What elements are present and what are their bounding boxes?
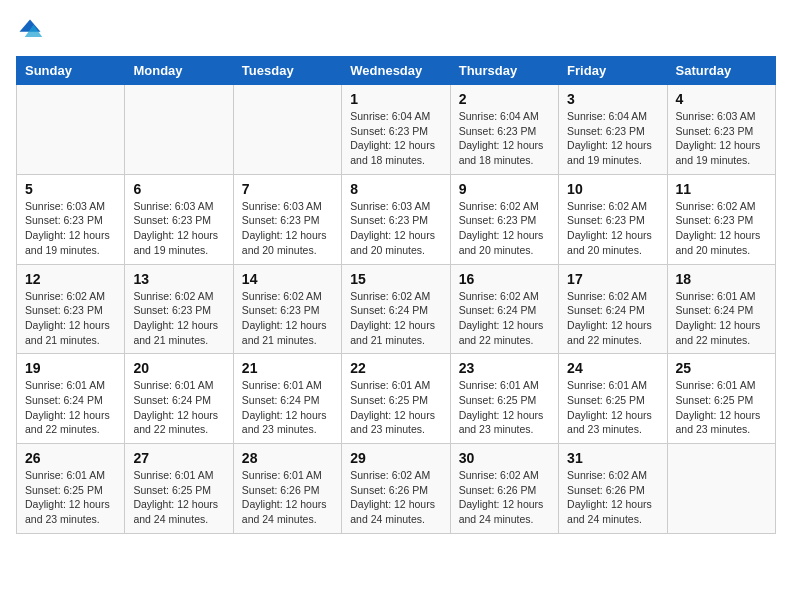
- day-info: Sunrise: 6:04 AM Sunset: 6:23 PM Dayligh…: [459, 109, 550, 168]
- col-header-saturday: Saturday: [667, 57, 775, 85]
- calendar-week-row: 12Sunrise: 6:02 AM Sunset: 6:23 PM Dayli…: [17, 264, 776, 354]
- day-info: Sunrise: 6:01 AM Sunset: 6:25 PM Dayligh…: [25, 468, 116, 527]
- day-number: 4: [676, 91, 767, 107]
- day-info: Sunrise: 6:03 AM Sunset: 6:23 PM Dayligh…: [133, 199, 224, 258]
- calendar-cell: 29Sunrise: 6:02 AM Sunset: 6:26 PM Dayli…: [342, 444, 450, 534]
- page-header: [16, 16, 776, 44]
- day-number: 5: [25, 181, 116, 197]
- calendar-cell: [233, 85, 341, 175]
- day-number: 30: [459, 450, 550, 466]
- calendar-cell: 5Sunrise: 6:03 AM Sunset: 6:23 PM Daylig…: [17, 174, 125, 264]
- day-number: 18: [676, 271, 767, 287]
- day-number: 27: [133, 450, 224, 466]
- calendar-cell: 3Sunrise: 6:04 AM Sunset: 6:23 PM Daylig…: [559, 85, 667, 175]
- calendar-cell: 13Sunrise: 6:02 AM Sunset: 6:23 PM Dayli…: [125, 264, 233, 354]
- day-info: Sunrise: 6:01 AM Sunset: 6:24 PM Dayligh…: [133, 378, 224, 437]
- day-number: 15: [350, 271, 441, 287]
- calendar-cell: 16Sunrise: 6:02 AM Sunset: 6:24 PM Dayli…: [450, 264, 558, 354]
- day-number: 16: [459, 271, 550, 287]
- calendar-cell: 15Sunrise: 6:02 AM Sunset: 6:24 PM Dayli…: [342, 264, 450, 354]
- day-info: Sunrise: 6:01 AM Sunset: 6:25 PM Dayligh…: [133, 468, 224, 527]
- calendar-week-row: 1Sunrise: 6:04 AM Sunset: 6:23 PM Daylig…: [17, 85, 776, 175]
- day-number: 3: [567, 91, 658, 107]
- calendar-week-row: 19Sunrise: 6:01 AM Sunset: 6:24 PM Dayli…: [17, 354, 776, 444]
- day-number: 29: [350, 450, 441, 466]
- day-info: Sunrise: 6:03 AM Sunset: 6:23 PM Dayligh…: [350, 199, 441, 258]
- calendar-cell: 22Sunrise: 6:01 AM Sunset: 6:25 PM Dayli…: [342, 354, 450, 444]
- day-info: Sunrise: 6:01 AM Sunset: 6:24 PM Dayligh…: [242, 378, 333, 437]
- day-number: 14: [242, 271, 333, 287]
- day-info: Sunrise: 6:02 AM Sunset: 6:26 PM Dayligh…: [459, 468, 550, 527]
- calendar-cell: 8Sunrise: 6:03 AM Sunset: 6:23 PM Daylig…: [342, 174, 450, 264]
- day-info: Sunrise: 6:02 AM Sunset: 6:23 PM Dayligh…: [459, 199, 550, 258]
- day-number: 20: [133, 360, 224, 376]
- calendar-cell: 14Sunrise: 6:02 AM Sunset: 6:23 PM Dayli…: [233, 264, 341, 354]
- calendar-cell: 11Sunrise: 6:02 AM Sunset: 6:23 PM Dayli…: [667, 174, 775, 264]
- calendar-header-row: SundayMondayTuesdayWednesdayThursdayFrid…: [17, 57, 776, 85]
- day-info: Sunrise: 6:01 AM Sunset: 6:25 PM Dayligh…: [676, 378, 767, 437]
- calendar-cell: [125, 85, 233, 175]
- calendar-cell: 7Sunrise: 6:03 AM Sunset: 6:23 PM Daylig…: [233, 174, 341, 264]
- day-number: 12: [25, 271, 116, 287]
- day-info: Sunrise: 6:01 AM Sunset: 6:25 PM Dayligh…: [350, 378, 441, 437]
- col-header-sunday: Sunday: [17, 57, 125, 85]
- day-info: Sunrise: 6:02 AM Sunset: 6:23 PM Dayligh…: [567, 199, 658, 258]
- calendar-cell: 24Sunrise: 6:01 AM Sunset: 6:25 PM Dayli…: [559, 354, 667, 444]
- day-number: 21: [242, 360, 333, 376]
- col-header-friday: Friday: [559, 57, 667, 85]
- logo-icon: [16, 16, 44, 44]
- day-info: Sunrise: 6:02 AM Sunset: 6:26 PM Dayligh…: [350, 468, 441, 527]
- calendar-cell: 25Sunrise: 6:01 AM Sunset: 6:25 PM Dayli…: [667, 354, 775, 444]
- logo: [16, 16, 48, 44]
- calendar-cell: 1Sunrise: 6:04 AM Sunset: 6:23 PM Daylig…: [342, 85, 450, 175]
- calendar-cell: 30Sunrise: 6:02 AM Sunset: 6:26 PM Dayli…: [450, 444, 558, 534]
- day-info: Sunrise: 6:04 AM Sunset: 6:23 PM Dayligh…: [567, 109, 658, 168]
- day-number: 19: [25, 360, 116, 376]
- day-info: Sunrise: 6:02 AM Sunset: 6:23 PM Dayligh…: [676, 199, 767, 258]
- calendar-cell: 12Sunrise: 6:02 AM Sunset: 6:23 PM Dayli…: [17, 264, 125, 354]
- calendar-cell: 9Sunrise: 6:02 AM Sunset: 6:23 PM Daylig…: [450, 174, 558, 264]
- calendar-cell: [17, 85, 125, 175]
- day-info: Sunrise: 6:01 AM Sunset: 6:26 PM Dayligh…: [242, 468, 333, 527]
- day-info: Sunrise: 6:02 AM Sunset: 6:24 PM Dayligh…: [350, 289, 441, 348]
- day-number: 11: [676, 181, 767, 197]
- calendar-cell: 21Sunrise: 6:01 AM Sunset: 6:24 PM Dayli…: [233, 354, 341, 444]
- day-info: Sunrise: 6:01 AM Sunset: 6:25 PM Dayligh…: [459, 378, 550, 437]
- day-info: Sunrise: 6:02 AM Sunset: 6:24 PM Dayligh…: [459, 289, 550, 348]
- calendar-cell: 18Sunrise: 6:01 AM Sunset: 6:24 PM Dayli…: [667, 264, 775, 354]
- calendar-cell: 17Sunrise: 6:02 AM Sunset: 6:24 PM Dayli…: [559, 264, 667, 354]
- day-number: 24: [567, 360, 658, 376]
- calendar-cell: 20Sunrise: 6:01 AM Sunset: 6:24 PM Dayli…: [125, 354, 233, 444]
- day-info: Sunrise: 6:03 AM Sunset: 6:23 PM Dayligh…: [242, 199, 333, 258]
- calendar-cell: 4Sunrise: 6:03 AM Sunset: 6:23 PM Daylig…: [667, 85, 775, 175]
- calendar-cell: 10Sunrise: 6:02 AM Sunset: 6:23 PM Dayli…: [559, 174, 667, 264]
- col-header-tuesday: Tuesday: [233, 57, 341, 85]
- day-number: 7: [242, 181, 333, 197]
- day-number: 10: [567, 181, 658, 197]
- calendar-cell: 31Sunrise: 6:02 AM Sunset: 6:26 PM Dayli…: [559, 444, 667, 534]
- col-header-monday: Monday: [125, 57, 233, 85]
- day-number: 8: [350, 181, 441, 197]
- calendar-cell: 27Sunrise: 6:01 AM Sunset: 6:25 PM Dayli…: [125, 444, 233, 534]
- day-info: Sunrise: 6:02 AM Sunset: 6:23 PM Dayligh…: [25, 289, 116, 348]
- col-header-thursday: Thursday: [450, 57, 558, 85]
- calendar-table: SundayMondayTuesdayWednesdayThursdayFrid…: [16, 56, 776, 534]
- day-number: 22: [350, 360, 441, 376]
- day-info: Sunrise: 6:02 AM Sunset: 6:26 PM Dayligh…: [567, 468, 658, 527]
- calendar-cell: [667, 444, 775, 534]
- col-header-wednesday: Wednesday: [342, 57, 450, 85]
- calendar-cell: 23Sunrise: 6:01 AM Sunset: 6:25 PM Dayli…: [450, 354, 558, 444]
- calendar-cell: 6Sunrise: 6:03 AM Sunset: 6:23 PM Daylig…: [125, 174, 233, 264]
- day-number: 28: [242, 450, 333, 466]
- day-info: Sunrise: 6:01 AM Sunset: 6:25 PM Dayligh…: [567, 378, 658, 437]
- day-info: Sunrise: 6:01 AM Sunset: 6:24 PM Dayligh…: [25, 378, 116, 437]
- calendar-cell: 19Sunrise: 6:01 AM Sunset: 6:24 PM Dayli…: [17, 354, 125, 444]
- day-number: 23: [459, 360, 550, 376]
- calendar-week-row: 26Sunrise: 6:01 AM Sunset: 6:25 PM Dayli…: [17, 444, 776, 534]
- day-info: Sunrise: 6:03 AM Sunset: 6:23 PM Dayligh…: [25, 199, 116, 258]
- calendar-cell: 26Sunrise: 6:01 AM Sunset: 6:25 PM Dayli…: [17, 444, 125, 534]
- day-info: Sunrise: 6:03 AM Sunset: 6:23 PM Dayligh…: [676, 109, 767, 168]
- day-info: Sunrise: 6:04 AM Sunset: 6:23 PM Dayligh…: [350, 109, 441, 168]
- day-info: Sunrise: 6:02 AM Sunset: 6:23 PM Dayligh…: [242, 289, 333, 348]
- day-info: Sunrise: 6:02 AM Sunset: 6:24 PM Dayligh…: [567, 289, 658, 348]
